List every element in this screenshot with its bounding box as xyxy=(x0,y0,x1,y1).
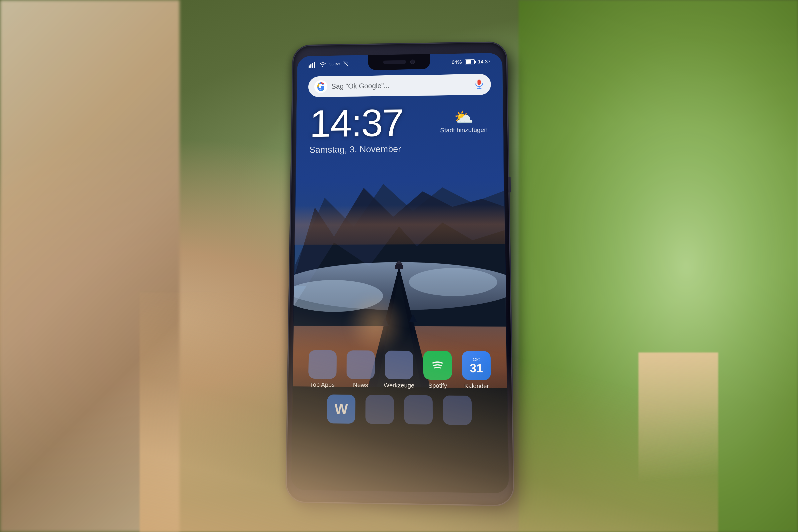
battery-percent: 64% xyxy=(452,59,462,65)
status-left: 33 B/s xyxy=(309,60,349,68)
status-right: 64% 14:37 xyxy=(452,58,491,65)
weather-city-label: Stadt hinzufügen xyxy=(440,126,488,134)
clock-widget[interactable]: 14:37 Samstag, 3. November xyxy=(309,103,403,155)
notch-speaker xyxy=(383,60,406,64)
battery-icon xyxy=(465,59,475,64)
svg-rect-18 xyxy=(309,65,310,68)
hand-overlay-thumb xyxy=(639,353,718,532)
svg-rect-11 xyxy=(395,265,403,269)
notch-camera xyxy=(410,59,415,64)
horizon-glow xyxy=(294,204,505,244)
mic-icon[interactable] xyxy=(473,79,485,90)
microphone-svg xyxy=(474,79,484,90)
clock-date: Samstag, 3. November xyxy=(309,144,403,155)
battery-fill xyxy=(466,60,471,63)
search-placeholder: Sag "Ok Google"... xyxy=(331,81,470,90)
status-time: 14:37 xyxy=(478,58,491,64)
data-speed: 33 B/s xyxy=(329,62,340,66)
battery-icon-container xyxy=(465,59,475,64)
svg-rect-21 xyxy=(314,62,315,68)
svg-point-22 xyxy=(322,65,323,67)
svg-rect-20 xyxy=(312,63,313,68)
google-search-bar[interactable]: G Sag "Ok Google"... xyxy=(308,74,491,97)
svg-rect-19 xyxy=(310,64,311,68)
weather-widget[interactable]: ⛅ Stadt hinzufügen xyxy=(440,108,488,134)
svg-rect-26 xyxy=(477,79,480,85)
wifi-icon xyxy=(319,61,327,68)
hand-overlay-left xyxy=(140,292,718,532)
google-logo: G xyxy=(314,80,327,93)
signal-icon xyxy=(309,61,317,68)
weather-icon: ⛅ xyxy=(440,108,488,127)
side-button[interactable] xyxy=(508,177,511,192)
mute-icon xyxy=(343,60,349,67)
clock-time: 14:37 xyxy=(309,103,403,142)
phone-notch xyxy=(368,54,430,70)
